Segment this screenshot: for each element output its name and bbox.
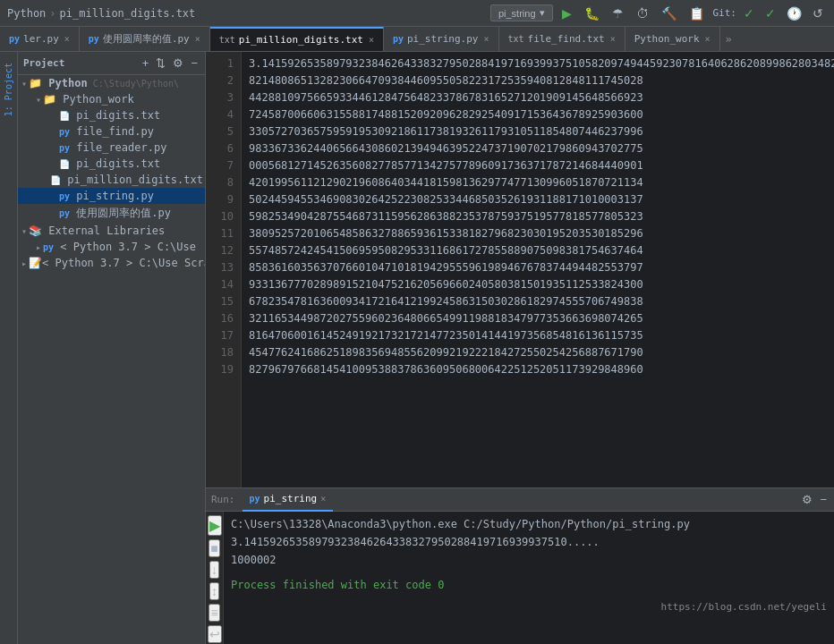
tree-python-root[interactable]: ▾ 📁 Python C:\Study\Python\ (18, 75, 205, 91)
code-content: 3.14159265358979323846264338327950288419… (242, 52, 834, 487)
title-bar-actions: pi_string ▾ ▶ 🐛 ☂ ⏱ 🔨 📋 Git: ✓ ✓ 🕐 ↺ (490, 4, 827, 22)
run-stop-btn[interactable]: ■ (208, 539, 219, 557)
tree-file-find-py[interactable]: py file_find.py (18, 123, 205, 140)
run-output-line2: 1000002 (231, 551, 827, 569)
build-button[interactable]: 🔨 (658, 4, 680, 22)
run-content: ▶ ■ ↓ ↕ ≡ ↩ C:\Users\13328\Anaconda3\pyt… (206, 512, 834, 644)
run-output-line1: 3.14159265358979323846264338327950288419… (231, 533, 827, 551)
tree-python37[interactable]: ▸ py < Python 3.7 > C:\Use (18, 239, 205, 255)
run-cmd-line: C:\Users\13328\Anaconda3\python.exe C:/S… (231, 515, 827, 533)
git-rollback[interactable]: ↺ (809, 4, 827, 22)
code-container[interactable]: 12345 678910 1112131415 16171819 3.14159… (206, 52, 834, 487)
tab-file-find[interactable]: txt file_find.txt × (499, 27, 626, 52)
run-minimize-btn[interactable]: − (818, 492, 829, 507)
run-tab-bar: Run: py pi_string × ⚙ − (206, 488, 834, 512)
run-rerun-btn[interactable]: ↕ (209, 582, 219, 600)
vcs-button[interactable]: 📋 (685, 4, 708, 22)
git-history[interactable]: 🕐 (783, 4, 805, 22)
line-numbers: 12345 678910 1112131415 16171819 (206, 52, 242, 487)
tree-pi-digits[interactable]: 📄 pi_digits.txt (18, 107, 205, 123)
sidebar-settings-btn[interactable]: ⚙ (171, 55, 185, 71)
editor-area: 12345 678910 1112131415 16171819 3.14159… (206, 52, 834, 487)
sidebar-add-btn[interactable]: + (140, 55, 151, 71)
expand-arrow: ▾ (21, 79, 27, 89)
tree-external-libs[interactable]: ▾ 📚 External Libraries (18, 223, 205, 239)
tree-file-reader[interactable]: py file_reader.py (18, 140, 205, 156)
sidebar: Project + ⇅ ⚙ − ▾ 📁 Python C:\Study\Pyth… (18, 52, 206, 644)
run-button[interactable]: ▶ (558, 4, 575, 22)
vertical-tab-stripe: 1: Project (0, 52, 18, 644)
run-side-toolbar: ▶ ■ ↓ ↕ ≡ ↩ (206, 512, 224, 644)
run-wrap-btn[interactable]: ↩ (208, 625, 222, 643)
tab-pi-million[interactable]: txt pi_million_digits.txt × (210, 27, 384, 52)
sidebar-title: Project (23, 57, 137, 69)
run-panel: Run: py pi_string × ⚙ − ▶ ■ ↓ ↕ ≡ (206, 487, 834, 644)
git-check1[interactable]: ✓ (740, 4, 758, 22)
run-scroll-btn[interactable]: ≡ (208, 604, 219, 622)
run-output: C:\Users\13328\Anaconda3\python.exe C:/S… (224, 512, 834, 644)
git-section: Git: ✓ ✓ 🕐 ↺ (713, 4, 828, 22)
tree-pi-million[interactable]: 📄 pi_million_digits.txt (18, 172, 205, 188)
tree-scratches[interactable]: ▸ 📝 < Python 3.7 > C:\Use Scratches and … (18, 255, 205, 271)
run-tab-pi-string[interactable]: py pi_string × (243, 488, 334, 512)
sidebar-toolbar: Project + ⇅ ⚙ − (18, 52, 205, 75)
git-check2[interactable]: ✓ (762, 4, 779, 22)
editor-run-area: 12345 678910 1112131415 16171819 3.14159… (206, 52, 834, 644)
project-vertical-tab[interactable]: 1: Project (2, 55, 15, 123)
run-tab-actions: ⚙ − (800, 492, 829, 507)
tab-overflow[interactable]: » (720, 33, 737, 46)
run-config-dropdown[interactable]: pi_string ▾ (490, 4, 553, 21)
run-url-hint: https://blog.csdn.net/yegeli (661, 601, 827, 613)
debug-button[interactable]: 🐛 (581, 4, 603, 22)
expand-arrow: ▾ (36, 95, 41, 105)
tab-python-work[interactable]: Python_work × (626, 27, 720, 52)
coverage-button[interactable]: ☂ (608, 4, 627, 22)
main-area: 1: Project Project + ⇅ ⚙ − ▾ 📁 Python C:… (0, 52, 834, 644)
tree-pi-digits2[interactable]: 📄 pi_digits.txt (18, 156, 205, 172)
run-settings-btn[interactable]: ⚙ (800, 492, 814, 507)
run-play-btn[interactable]: ▶ (208, 515, 222, 536)
tree-use-rate[interactable]: py 使用圆周率的值.py (18, 204, 205, 223)
tree-python-work[interactable]: ▾ 📁 Python_work (18, 91, 205, 107)
run-process-line: Process finished with exit code 0 (231, 576, 827, 594)
tab-pi-string[interactable]: py pi_string.py × (384, 27, 499, 52)
breadcrumb-file: pi_million_digits.txt (60, 7, 196, 20)
scratches-label: < Python 3.7 > C:\Use (42, 257, 178, 269)
breadcrumb-python[interactable]: Python (7, 7, 46, 20)
run-step-btn[interactable]: ↓ (209, 561, 219, 579)
sidebar-tree: ▾ 📁 Python C:\Study\Python\ ▾ 📁 Python_w… (18, 75, 205, 644)
tab-use-rate[interactable]: py 使用圆周率的值.py × (80, 27, 210, 52)
tab-bar: py ler.py × py 使用圆周率的值.py × txt pi_milli… (0, 27, 834, 52)
tab-ler-py[interactable]: py ler.py × (0, 27, 80, 52)
profile-button[interactable]: ⏱ (633, 4, 652, 22)
breadcrumb: Python › pi_million_digits.txt (7, 7, 485, 20)
tree-pi-string[interactable]: py pi_string.py (18, 188, 205, 204)
run-label: Run: (211, 494, 235, 505)
title-bar: Python › pi_million_digits.txt pi_string… (0, 0, 834, 27)
sidebar-sync-btn[interactable]: ⇅ (154, 55, 167, 71)
sidebar-minimize-btn[interactable]: − (189, 55, 200, 71)
